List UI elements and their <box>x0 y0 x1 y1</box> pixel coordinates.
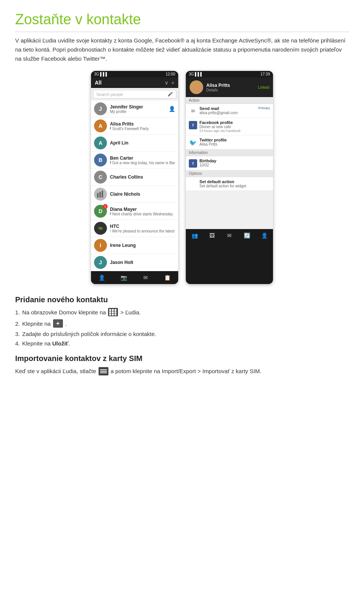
detail-item-content: Facebook profile Dinner at new cafe 23 h… <box>199 120 270 133</box>
contact-name: Charles Collins <box>110 174 175 180</box>
contact-info: HTC t We're pleased to announce the late… <box>110 224 175 233</box>
signal-icon-right: 3G ▌▌▌ <box>189 72 203 76</box>
mail-icon: ✉ <box>189 107 197 115</box>
contact-name: Claire Nichols <box>110 192 175 197</box>
time-left: 12:00 <box>166 72 175 76</box>
list-item[interactable]: I Irene Leung <box>91 237 178 254</box>
svg-rect-0 <box>97 193 99 198</box>
contact-info: Claire Nichols <box>110 192 175 197</box>
facebook-icon: f <box>110 212 111 216</box>
list-item[interactable]: D 1 Diana Mayer f Next charity drive sta… <box>91 203 178 220</box>
step-text: Klepnite na <box>22 320 51 327</box>
screenshots-container: 3G ▌▌▌ 12:00 All ∨ + Search people 🎤 <box>15 71 349 284</box>
list-item[interactable]: B Ben Carter f Got a new dog today, his … <box>91 152 178 169</box>
add-contact-icon[interactable]: + <box>171 80 174 86</box>
step-text: Na obrazovke Domov klepnite na <box>22 309 106 316</box>
nav-message-icon[interactable]: ✉ <box>224 231 235 240</box>
detail-item[interactable]: ✉ Send mail alisa.pritts@gmail.com Prima… <box>186 104 273 118</box>
list-item[interactable]: C Charles Collins <box>91 169 178 186</box>
avatar: J <box>94 102 107 115</box>
search-bar[interactable]: Search people 🎤 <box>93 90 176 99</box>
contact-status: f Next charity drive starts Wednesday <box>110 212 175 216</box>
contact-name: Ben Carter <box>110 155 175 161</box>
contact-info: Jason Holt <box>110 260 175 265</box>
list-item: 1. Na obrazovke Domov klepnite na > Ľudi… <box>15 308 349 316</box>
contact-avatar-detail <box>190 80 203 94</box>
facebook-icon: f <box>189 121 197 129</box>
step-text: Klepnite na Uložiť. <box>22 340 70 347</box>
detail-item-title: Twitter profile <box>199 138 270 142</box>
import-title: Importovanie kontaktov z karty SIM <box>15 354 349 363</box>
step-number: 4. <box>15 340 20 347</box>
linked-label: Linked <box>258 85 269 89</box>
chevron-down-icon[interactable]: ∨ <box>165 80 168 86</box>
screen-right: Alisa Pritts Details Linked Action ✉ Sen… <box>186 77 273 229</box>
list-item[interactable]: J Jennifer Singer My profile 👤 <box>91 100 178 118</box>
twitter-icon: 🐦 <box>189 138 197 147</box>
phone-detail: 3G ▌▌▌ 17:39 Alisa Pritts Details Linked… <box>186 71 273 284</box>
step-text-after: . <box>65 320 67 327</box>
avatar: htc <box>94 222 107 235</box>
intro-paragraph: V aplikácii Ľudia uvidíte svoje kontakty… <box>15 36 349 63</box>
contact-list: J Jennifer Singer My profile 👤 A Alisa P… <box>91 100 178 271</box>
contact-info: Diana Mayer f Next charity drive starts … <box>110 207 175 216</box>
header-icons: ∨ + <box>165 80 174 86</box>
nav-person-icon[interactable]: 👤 <box>259 231 270 240</box>
nav-photos-icon[interactable]: 📷 <box>118 273 129 282</box>
time-right: 17:39 <box>260 72 270 76</box>
nav-mail-icon[interactable]: ✉ <box>140 273 151 282</box>
detail-item-title: Set default action <box>199 179 270 184</box>
detail-contact-label: Details <box>206 88 230 92</box>
nav-apps-icon[interactable]: 📋 <box>162 273 173 282</box>
contact-info: Ben Carter f Got a new dog today, his na… <box>110 155 175 165</box>
mic-icon[interactable]: 🎤 <box>168 92 173 97</box>
phone-contacts: 3G ▌▌▌ 12:00 All ∨ + Search people 🎤 <box>91 71 178 284</box>
detail-item-sub: Set default action for widget <box>199 184 270 188</box>
list-item[interactable]: A April Lin <box>91 135 178 152</box>
add-contact-title: Pridanie nového kontaktu <box>15 295 349 304</box>
detail-item[interactable]: f Facebook profile Dinner at new cafe 23… <box>186 118 273 135</box>
contact-info: April Lin <box>110 140 175 146</box>
avatar-wrap: D 1 <box>94 205 107 218</box>
detail-item-right: Primary <box>258 106 270 110</box>
detail-item-sub: Dinner at new cafe <box>199 125 270 129</box>
nav-refresh-icon[interactable]: 🔄 <box>242 231 252 240</box>
list-item[interactable]: htc HTC t We're pleased to announce the … <box>91 220 178 237</box>
detail-item-content: Send mail alisa.pritts@gmail.com <box>199 106 256 115</box>
avatar: J <box>94 256 107 269</box>
detail-item[interactable]: Set default action Set default action fo… <box>186 177 273 191</box>
detail-item-title: Send mail <box>199 106 256 111</box>
contact-name: April Lin <box>110 140 175 146</box>
twitter-icon: t <box>110 229 111 233</box>
import-paragraph: Keď ste v aplikácii Ľudia, stlačte a pot… <box>15 367 349 376</box>
detail-item-content: Set default action Set default action fo… <box>189 179 270 188</box>
contact-status: t We're pleased to announce the latest u… <box>110 229 175 233</box>
facebook-icon: f <box>110 127 111 130</box>
step-number: 1. <box>15 309 20 316</box>
profile-icon: 👤 <box>169 106 175 112</box>
bottom-nav-left: 👤 📷 ✉ 📋 <box>91 271 178 284</box>
facebook-icon-birthday: f <box>189 159 197 168</box>
list-item[interactable]: J Jason Holt <box>91 254 178 271</box>
detail-item-title: Facebook profile <box>199 120 270 125</box>
instruction-list: 1. Na obrazovke Domov klepnite na > Ľudi… <box>15 308 349 347</box>
contact-name: Irene Leung <box>110 243 175 248</box>
nav-image-icon[interactable]: 🖼 <box>207 231 217 240</box>
contact-status: f Scott's Farewell Party <box>110 127 175 131</box>
avatar: B <box>94 154 107 166</box>
list-item[interactable]: A Alisa Pritts f Scott's Farewell Party <box>91 118 178 135</box>
avatar: A <box>94 137 107 149</box>
detail-item[interactable]: 🐦 Twitter profile Alisa Pritts <box>186 135 273 149</box>
detail-item[interactable]: f Birthday 10/02 <box>186 156 273 170</box>
contact-info: Jennifer Singer My profile <box>110 104 169 114</box>
list-item[interactable]: Claire Nichols <box>91 186 178 203</box>
avatar: I <box>94 239 107 252</box>
contact-name: Jennifer Singer <box>110 104 169 110</box>
step-text: Zadajte do príslušných políčok informáci… <box>22 331 157 337</box>
nav-people-icon[interactable]: 👥 <box>189 231 200 240</box>
svg-rect-2 <box>102 191 103 198</box>
plus-icon: + <box>53 319 63 328</box>
all-label: All <box>95 80 102 86</box>
status-bar-left: 3G ▌▌▌ 12:00 <box>91 71 178 77</box>
nav-contacts-icon[interactable]: 👤 <box>97 273 107 282</box>
